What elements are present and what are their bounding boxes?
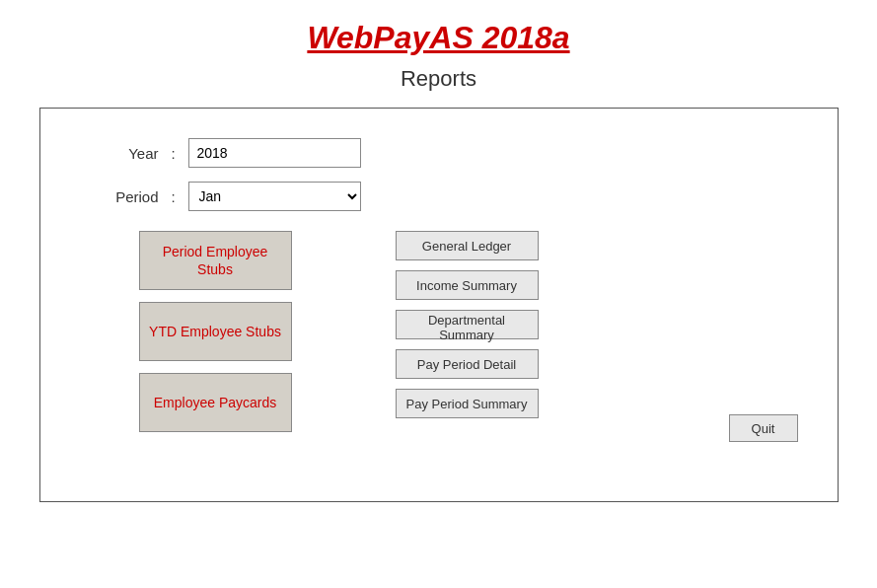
buttons-section: Period Employee Stubs YTD Employee Stubs… xyxy=(80,231,798,432)
period-employee-stubs-button[interactable]: Period Employee Stubs xyxy=(139,231,292,290)
main-panel: Year : Period : Jan Feb Mar Apr May Jun … xyxy=(39,108,839,502)
page-title: Reports xyxy=(401,66,476,92)
period-label: Period xyxy=(80,188,159,205)
period-colon: : xyxy=(159,188,188,205)
employee-paycards-button[interactable]: Employee Paycards xyxy=(139,373,292,432)
ytd-employee-stubs-button[interactable]: YTD Employee Stubs xyxy=(139,302,292,361)
pay-period-detail-button[interactable]: Pay Period Detail xyxy=(396,349,539,379)
period-select[interactable]: Jan Feb Mar Apr May Jun Jul Aug Sep Oct … xyxy=(188,182,361,211)
year-input[interactable] xyxy=(188,138,361,168)
quit-button[interactable]: Quit xyxy=(729,414,798,442)
year-row: Year : xyxy=(80,138,798,168)
year-colon: : xyxy=(159,145,188,162)
departmental-summary-button[interactable]: Departmental Summary xyxy=(396,310,539,339)
right-buttons-group: General Ledger Income Summary Department… xyxy=(396,231,544,432)
pay-period-summary-button[interactable]: Pay Period Summary xyxy=(396,389,539,418)
general-ledger-button[interactable]: General Ledger xyxy=(396,231,539,260)
year-label: Year xyxy=(80,145,159,162)
period-row: Period : Jan Feb Mar Apr May Jun Jul Aug… xyxy=(80,182,798,211)
left-buttons-group: Period Employee Stubs YTD Employee Stubs… xyxy=(139,231,336,432)
app-title: WebPayAS 2018a xyxy=(307,20,569,56)
income-summary-button[interactable]: Income Summary xyxy=(396,270,539,300)
